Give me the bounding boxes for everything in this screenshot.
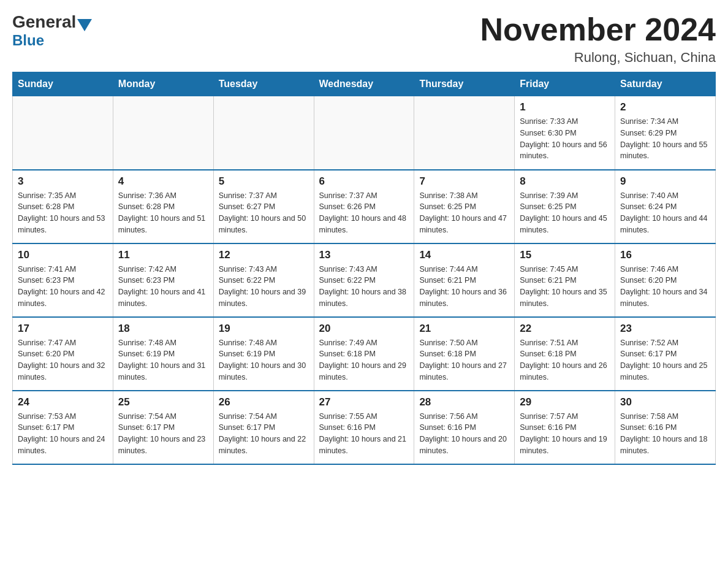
calendar-cell: 26Sunrise: 7:54 AMSunset: 6:17 PMDayligh… [213,391,314,464]
day-info: Sunrise: 7:44 AMSunset: 6:21 PMDaylight:… [419,264,509,310]
header-friday: Friday [515,72,615,96]
day-number: 7 [419,175,509,188]
day-info: Sunrise: 7:35 AMSunset: 6:28 PMDaylight:… [18,190,108,236]
calendar-header-row: SundayMondayTuesdayWednesdayThursdayFrid… [13,72,716,96]
day-number: 9 [620,175,710,188]
day-number: 6 [319,175,409,188]
day-number: 5 [219,175,309,188]
day-info: Sunrise: 7:58 AMSunset: 6:16 PMDaylight:… [620,411,710,457]
day-info: Sunrise: 7:52 AMSunset: 6:17 PMDaylight:… [620,337,710,383]
day-number: 10 [18,249,108,261]
calendar-cell: 11Sunrise: 7:42 AMSunset: 6:23 PMDayligh… [113,243,213,317]
day-info: Sunrise: 7:39 AMSunset: 6:25 PMDaylight:… [520,190,610,236]
header-monday: Monday [113,72,213,96]
calendar-week-row: 24Sunrise: 7:53 AMSunset: 6:17 PMDayligh… [13,391,716,464]
calendar-cell: 19Sunrise: 7:48 AMSunset: 6:19 PMDayligh… [213,317,314,391]
day-number: 30 [620,396,710,408]
day-info: Sunrise: 7:56 AMSunset: 6:16 PMDaylight:… [419,411,509,457]
day-number: 25 [118,396,208,408]
day-info: Sunrise: 7:48 AMSunset: 6:19 PMDaylight:… [118,337,208,383]
header-thursday: Thursday [414,72,515,96]
day-number: 22 [520,323,610,335]
calendar-cell [414,96,515,170]
day-info: Sunrise: 7:40 AMSunset: 6:24 PMDaylight:… [620,190,710,236]
calendar-cell: 22Sunrise: 7:51 AMSunset: 6:18 PMDayligh… [515,317,615,391]
day-number: 8 [520,175,610,188]
calendar-cell: 28Sunrise: 7:56 AMSunset: 6:16 PMDayligh… [414,391,515,464]
month-year-title: November 2024 [480,12,716,47]
calendar-cell: 15Sunrise: 7:45 AMSunset: 6:21 PMDayligh… [515,243,615,317]
header-sunday: Sunday [13,72,113,96]
day-number: 21 [419,323,509,335]
calendar-cell [13,96,113,170]
calendar-cell: 2Sunrise: 7:34 AMSunset: 6:29 PMDaylight… [615,96,716,170]
calendar-cell: 13Sunrise: 7:43 AMSunset: 6:22 PMDayligh… [314,243,414,317]
calendar-cell: 14Sunrise: 7:44 AMSunset: 6:21 PMDayligh… [414,243,515,317]
day-number: 12 [219,249,309,261]
calendar-cell: 3Sunrise: 7:35 AMSunset: 6:28 PMDaylight… [13,170,113,243]
day-number: 13 [319,249,409,261]
calendar-cell [113,96,213,170]
calendar-cell [213,96,314,170]
day-number: 27 [319,396,409,408]
calendar-cell: 30Sunrise: 7:58 AMSunset: 6:16 PMDayligh… [615,391,716,464]
calendar-cell: 1Sunrise: 7:33 AMSunset: 6:30 PMDaylight… [515,96,615,170]
day-info: Sunrise: 7:55 AMSunset: 6:16 PMDaylight:… [319,411,409,457]
calendar-cell: 17Sunrise: 7:47 AMSunset: 6:20 PMDayligh… [13,317,113,391]
calendar-week-row: 1Sunrise: 7:33 AMSunset: 6:30 PMDaylight… [13,96,716,170]
day-number: 14 [419,249,509,261]
day-number: 15 [520,249,610,261]
day-info: Sunrise: 7:41 AMSunset: 6:23 PMDaylight:… [18,264,108,310]
day-number: 16 [620,249,710,261]
logo-general-text: General [12,12,76,32]
calendar-week-row: 17Sunrise: 7:47 AMSunset: 6:20 PMDayligh… [13,317,716,391]
day-info: Sunrise: 7:49 AMSunset: 6:18 PMDaylight:… [319,337,409,383]
calendar-cell: 18Sunrise: 7:48 AMSunset: 6:19 PMDayligh… [113,317,213,391]
day-info: Sunrise: 7:37 AMSunset: 6:26 PMDaylight:… [319,190,409,236]
calendar-cell [314,96,414,170]
calendar-cell: 21Sunrise: 7:50 AMSunset: 6:18 PMDayligh… [414,317,515,391]
day-number: 23 [620,323,710,335]
page-header: General Blue November 2024 Rulong, Sichu… [12,12,716,66]
calendar-cell: 20Sunrise: 7:49 AMSunset: 6:18 PMDayligh… [314,317,414,391]
calendar-week-row: 3Sunrise: 7:35 AMSunset: 6:28 PMDaylight… [13,170,716,243]
day-info: Sunrise: 7:47 AMSunset: 6:20 PMDaylight:… [18,337,108,383]
header-wednesday: Wednesday [314,72,414,96]
calendar-cell: 7Sunrise: 7:38 AMSunset: 6:25 PMDaylight… [414,170,515,243]
header-saturday: Saturday [615,72,716,96]
title-block: November 2024 Rulong, Sichuan, China [480,12,716,66]
day-info: Sunrise: 7:48 AMSunset: 6:19 PMDaylight:… [219,337,309,383]
day-info: Sunrise: 7:51 AMSunset: 6:18 PMDaylight:… [520,337,610,383]
calendar-cell: 10Sunrise: 7:41 AMSunset: 6:23 PMDayligh… [13,243,113,317]
day-info: Sunrise: 7:57 AMSunset: 6:16 PMDaylight:… [520,411,610,457]
day-info: Sunrise: 7:54 AMSunset: 6:17 PMDaylight:… [219,411,309,457]
day-info: Sunrise: 7:38 AMSunset: 6:25 PMDaylight:… [419,190,509,236]
calendar-cell: 12Sunrise: 7:43 AMSunset: 6:22 PMDayligh… [213,243,314,317]
calendar-week-row: 10Sunrise: 7:41 AMSunset: 6:23 PMDayligh… [13,243,716,317]
day-number: 20 [319,323,409,335]
day-number: 1 [520,101,610,113]
day-info: Sunrise: 7:53 AMSunset: 6:17 PMDaylight:… [18,411,108,457]
day-info: Sunrise: 7:43 AMSunset: 6:22 PMDaylight:… [219,264,309,310]
logo-blue-text: Blue [12,32,44,49]
calendar-cell: 25Sunrise: 7:54 AMSunset: 6:17 PMDayligh… [113,391,213,464]
day-number: 2 [620,101,710,113]
day-number: 28 [419,396,509,408]
logo-triangle-icon [77,19,92,31]
day-info: Sunrise: 7:37 AMSunset: 6:27 PMDaylight:… [219,190,309,236]
day-number: 11 [118,249,208,261]
day-info: Sunrise: 7:50 AMSunset: 6:18 PMDaylight:… [419,337,509,383]
calendar-cell: 23Sunrise: 7:52 AMSunset: 6:17 PMDayligh… [615,317,716,391]
day-info: Sunrise: 7:42 AMSunset: 6:23 PMDaylight:… [118,264,208,310]
day-info: Sunrise: 7:34 AMSunset: 6:29 PMDaylight:… [620,116,710,162]
calendar-cell: 6Sunrise: 7:37 AMSunset: 6:26 PMDaylight… [314,170,414,243]
day-info: Sunrise: 7:33 AMSunset: 6:30 PMDaylight:… [520,116,610,162]
calendar-cell: 24Sunrise: 7:53 AMSunset: 6:17 PMDayligh… [13,391,113,464]
day-number: 24 [18,396,108,408]
day-info: Sunrise: 7:43 AMSunset: 6:22 PMDaylight:… [319,264,409,310]
day-number: 3 [18,175,108,188]
header-tuesday: Tuesday [213,72,314,96]
day-number: 26 [219,396,309,408]
calendar-cell: 29Sunrise: 7:57 AMSunset: 6:16 PMDayligh… [515,391,615,464]
calendar-cell: 9Sunrise: 7:40 AMSunset: 6:24 PMDaylight… [615,170,716,243]
